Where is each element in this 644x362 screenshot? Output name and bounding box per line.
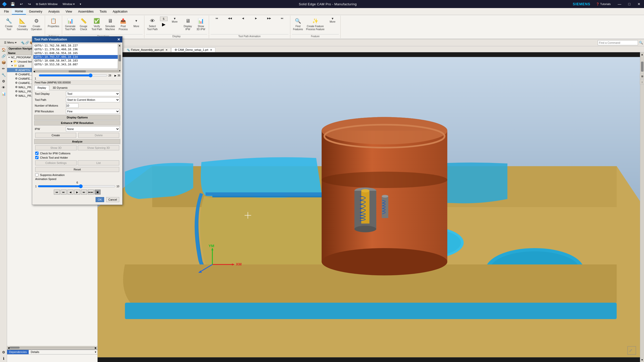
generate-toolpath-btn[interactable]: 📊 GenerateTool Path (64, 16, 77, 32)
toolbar-options[interactable]: ▾ (78, 3, 83, 6)
nav-tools-icon[interactable]: 🔧 (1, 72, 7, 78)
3d-dynamic-tab[interactable]: 3D Dynamic (49, 85, 71, 90)
nav-info-icon[interactable]: ℹ (1, 355, 7, 361)
anim-back-btn[interactable]: ◀ (67, 190, 73, 195)
dialog-title-bar[interactable]: Tool Path Visualization ✕ (32, 36, 122, 42)
quick-undo[interactable]: ↩ (18, 2, 24, 6)
anim-prev-btn[interactable]: ⏭ (61, 190, 67, 195)
simulate-machine-btn[interactable]: 🖥 SimulateMachine (104, 16, 116, 32)
footer-dropdown[interactable]: ▾ (94, 350, 97, 354)
minimize-btn[interactable]: — (616, 2, 623, 6)
menu-home[interactable]: Home (12, 9, 26, 15)
tpa-rewind-btn[interactable]: ⏮ (211, 16, 223, 20)
verify-toolpath-btn[interactable]: ✅ VerifyTool Path (90, 16, 103, 32)
check-ipw-collisions[interactable] (35, 152, 38, 155)
goto-item-4[interactable]: GOTO/-10.608,58.047,10.103 (33, 59, 121, 63)
nav-parts-icon[interactable]: 📦 (1, 59, 7, 65)
nav-sketch-icon[interactable]: ✏ (1, 66, 7, 72)
list-btn[interactable]: List (78, 160, 119, 165)
menu-toggle[interactable]: ☰ Menu ▾ (1, 40, 20, 45)
cancel-btn[interactable]: Cancel (106, 197, 119, 202)
create-tool-btn[interactable]: 🔧 CreateTool (3, 16, 15, 32)
quick-save[interactable]: 💾 (9, 2, 16, 6)
show-3d-ipw-btn[interactable]: 📊 Show3D IPW (195, 16, 207, 32)
display-options-btn[interactable]: Display Options (34, 115, 120, 120)
hscroll-track[interactable] (10, 347, 95, 349)
create-geometry-btn[interactable]: 📐 CreateGeometry (16, 16, 29, 32)
tab-cam-demo[interactable]: ⚙ CAM_Demo_setup_1.prt ✕ (171, 48, 215, 52)
goto-list[interactable]: GOTO/-11.762,56.003,10.227 GOTO/-11.370,… (33, 43, 121, 69)
anim-play-btn[interactable]: ▶ (74, 190, 80, 195)
check-tool-holder[interactable] (35, 156, 38, 159)
find-command-input[interactable] (598, 40, 638, 45)
nav-analysis-icon[interactable]: 📊 (1, 91, 7, 97)
gouge-check-btn[interactable]: 📏 GougeCheck (77, 16, 90, 32)
display-ipw-btn[interactable]: 🖥 DisplayIPW (182, 16, 194, 32)
menu-analysis[interactable]: Analysis (45, 9, 63, 14)
hscroll-thumb[interactable] (10, 347, 20, 349)
ok-btn[interactable]: OK (96, 197, 104, 202)
create-operation-btn[interactable]: ⚙ CreateOperation (30, 16, 43, 32)
anim-speed-slider[interactable] (38, 185, 115, 188)
tpa-fwd-btn[interactable]: ▶▶ (263, 16, 275, 20)
nav-home-icon[interactable]: 🏠 (1, 47, 7, 53)
operations-more-btn[interactable]: ▼ More (130, 16, 143, 28)
post-process-btn[interactable]: 📤 PostProcess (117, 16, 130, 32)
goto-scroll-up[interactable]: ▲ (118, 43, 122, 47)
menu-geometry[interactable]: Geometry (26, 9, 45, 14)
dependencies-tab[interactable]: Dependencies (7, 350, 29, 354)
vscroll-thumb[interactable] (641, 62, 643, 72)
tpa-prev-btn[interactable]: ◀◀ (224, 16, 236, 20)
ipw-select[interactable]: None Faceted Body Small Facets (66, 126, 120, 131)
vscroll-track[interactable]: ⊞ ↕ (640, 57, 644, 358)
anim-ffwd-btn[interactable]: ⏭⏭ (88, 190, 94, 195)
dialog-close-btn[interactable]: ✕ (117, 37, 120, 41)
menu-tools[interactable]: Tools (97, 9, 110, 14)
replay-tab[interactable]: Replay (34, 85, 49, 90)
switch-window-btn[interactable]: ⧉ Switch Window (34, 3, 59, 6)
goto-item-3[interactable]: GOTO/-10.793,57.486,10.134 (33, 55, 121, 59)
viewport-vscroll[interactable]: ▲ ⊞ ↕ ▼ (640, 52, 644, 362)
show-spinning-3d-btn[interactable]: Show Spinning 3D (78, 145, 119, 150)
right-btn-2[interactable]: ↕ (640, 79, 644, 84)
ipw-delete-btn[interactable]: Delete (78, 133, 119, 138)
anim-rewind-btn[interactable]: ⏮ (54, 190, 60, 195)
vscroll-down-btn[interactable]: ▼ (640, 358, 644, 362)
1234-arrow[interactable]: ▼ (11, 65, 13, 67)
close-btn[interactable]: ✕ (636, 2, 642, 6)
tab-fixture[interactable]: 🔩 Fixture_Assembly_asm.prt ✕ (123, 48, 171, 52)
num-motions-input[interactable] (66, 103, 78, 108)
tool-display-select[interactable]: Tool None Holder (66, 91, 120, 96)
tpa-back-btn[interactable]: ◀ (237, 16, 249, 20)
create-feature-btn[interactable]: ✨ Create FeatureProcess Feature (305, 16, 326, 32)
fixture-tab-close[interactable]: ✕ (166, 49, 168, 51)
properties-btn[interactable]: 📋 Properties (47, 16, 61, 28)
maximize-btn[interactable]: □ (627, 2, 632, 6)
nav-assembly-icon[interactable]: 🔗 (1, 53, 7, 59)
goto-hscroll-thumb[interactable] (69, 70, 86, 72)
goto-item-2[interactable]: GOTO/-11.048,56.954,10.165 (33, 51, 121, 55)
menu-assemblies[interactable]: Assemblies (75, 9, 97, 14)
window-menu[interactable]: Window ▾ (61, 3, 76, 6)
reset-btn[interactable]: Reset (35, 167, 119, 172)
collision-settings-btn[interactable]: Collision Settings (35, 160, 77, 165)
motion-slider[interactable] (39, 74, 107, 77)
goto-hscroll-track[interactable] (35, 70, 119, 72)
quick-redo[interactable]: ↪ (26, 2, 32, 6)
play-anim-btn[interactable]: ▶ (162, 22, 166, 27)
find-features-btn[interactable]: 🔍 FindFeatures (292, 16, 304, 32)
analyze-btn[interactable]: Analyze (34, 139, 120, 144)
goto-item-0[interactable]: GOTO/-11.762,56.003,10.227 (33, 44, 121, 48)
ipw-more-btn[interactable]: ▼ More (326, 16, 339, 24)
find-command-icon[interactable]: 🔍 (639, 41, 643, 44)
menu-file[interactable]: File (1, 9, 12, 14)
ipw-create-btn[interactable]: Create (35, 133, 76, 138)
slider-right-btn[interactable]: ▶ (114, 74, 116, 77)
tpa-ffwd-btn[interactable]: ⏭ (276, 16, 289, 20)
tpa-play-btn[interactable]: ▶ (250, 16, 262, 20)
anim-stop-btn[interactable]: ⏹ (95, 190, 101, 195)
nav-hscroll[interactable]: ◀ ▶ (7, 346, 97, 349)
viewport-3d[interactable]: XM YM ⤢ (98, 52, 644, 362)
nav-settings-icon[interactable]: ⚙ (1, 349, 7, 355)
unused-arrow[interactable]: ▶ (11, 60, 13, 63)
